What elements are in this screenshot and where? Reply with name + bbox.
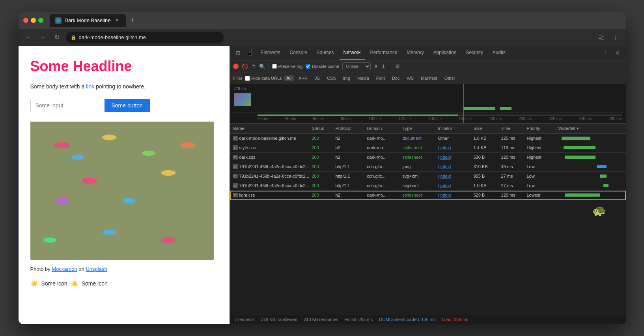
record-button[interactable]	[233, 64, 239, 69]
col-type[interactable]: Type	[399, 126, 435, 131]
cell-size-5: 955 B	[470, 174, 498, 178]
cell-initiator-7[interactable]: (index)	[435, 193, 470, 197]
mockaroon-link[interactable]: Mockaroon	[52, 266, 77, 272]
tab-security[interactable]: Security	[462, 46, 487, 60]
table-row[interactable]: □ 791b2241-459b-4a2e-8cca-c0fdc2... 200 …	[230, 162, 626, 172]
url-input[interactable]: 🔒 dark-mode-baseline.glitch.me	[66, 32, 224, 43]
tab-elements[interactable]: Elements	[257, 46, 284, 60]
transferred-size: 316 KB transferred	[261, 317, 297, 322]
throttle-select[interactable]: Online Fast 3G Slow 3G	[342, 62, 371, 70]
tab-close-button[interactable]: ✕	[114, 17, 120, 24]
filter-js[interactable]: JS	[312, 75, 322, 81]
more-options-icon[interactable]: ⋮	[610, 32, 621, 43]
export-icon[interactable]: ⬇	[381, 64, 386, 69]
devtools-more-icon[interactable]: ⋮	[601, 48, 611, 58]
import-icon[interactable]: ⬆	[374, 64, 378, 69]
table-row[interactable]: □ 791b2241-459b-4a2e-8cca-c0fdc2... 200 …	[230, 172, 626, 181]
minimize-window-button[interactable]	[31, 18, 36, 23]
filter-all[interactable]: All	[284, 75, 294, 81]
close-window-button[interactable]	[23, 18, 28, 23]
devtools-close-icon[interactable]: ✕	[612, 48, 623, 58]
cell-waterfall-2	[555, 146, 626, 150]
table-row[interactable]: □ dark-mode-baseline.glitch.me 200 h2 da…	[230, 134, 626, 143]
col-time[interactable]: Time	[498, 126, 524, 131]
filter-manifest[interactable]: Manifest	[418, 75, 440, 81]
col-domain[interactable]: Domain	[364, 126, 399, 131]
timeline-ruler: 20 ms 40 ms 60 ms 80 ms 100 ms 120 ms 14…	[258, 116, 622, 121]
filter-font[interactable]: Font	[374, 75, 387, 81]
col-status[interactable]: Status	[309, 126, 332, 131]
file-icon-1: □	[233, 136, 238, 141]
disable-cache-checkbox[interactable]	[306, 64, 310, 69]
filter-other[interactable]: Other	[442, 75, 458, 81]
col-initiator[interactable]: Initiator	[435, 126, 470, 131]
reload-button[interactable]: ↻	[52, 32, 63, 43]
cell-time-6: 27 ms	[498, 183, 524, 188]
cell-protocol-5: http/1.1	[332, 174, 364, 178]
cell-initiator-5[interactable]: (index)	[435, 174, 470, 178]
new-tab-button[interactable]: +	[127, 15, 138, 26]
main-area: Some Headline Some body text with a link…	[19, 46, 626, 324]
table-row[interactable]: □ dark.css 200 h2 dark-mo... stylesheet …	[230, 153, 626, 162]
filter-xhr[interactable]: XHR	[296, 75, 310, 81]
extension-icon[interactable]: 🛍	[596, 32, 607, 43]
tab-performance[interactable]: Performance	[366, 46, 401, 60]
col-waterfall[interactable]: Waterfall ▾	[555, 126, 626, 131]
filter-media[interactable]: Media	[355, 75, 371, 81]
col-name[interactable]: Name	[230, 126, 309, 131]
tab-memory[interactable]: Memory	[403, 46, 427, 60]
cell-initiator-4[interactable]: (index)	[435, 164, 470, 169]
back-button[interactable]: ←	[23, 32, 34, 43]
col-protocol[interactable]: Protocol	[332, 126, 364, 131]
cell-time-2: 119 ms	[498, 145, 524, 150]
cell-initiator-3[interactable]: (index)	[435, 155, 470, 160]
hide-data-urls-text: Hide data URLs	[251, 76, 282, 81]
table-row-highlighted[interactable]: □ light.css 200 h2 dark-mo... stylesheet…	[230, 191, 626, 200]
cell-initiator-6[interactable]: (index)	[435, 183, 470, 188]
table-row[interactable]: □ style.css 200 h2 dark-mo... stylesheet…	[230, 143, 626, 153]
forward-button[interactable]: →	[37, 32, 49, 43]
cell-name-1: □ dark-mode-baseline.glitch.me	[230, 136, 309, 141]
tab-audits[interactable]: Audits	[489, 46, 510, 60]
filter-ws[interactable]: WS	[404, 75, 416, 81]
maximize-window-button[interactable]	[38, 18, 43, 23]
unsplash-link[interactable]: Unsplash	[86, 266, 107, 272]
table-row[interactable]: □ 791b2241-459b-4a2e-8cca-c0fdc2... 200 …	[230, 181, 626, 191]
hide-data-urls-checkbox[interactable]	[245, 76, 250, 81]
tab-application[interactable]: Application	[429, 46, 461, 60]
search-icon[interactable]: 🔍	[259, 64, 265, 69]
cell-priority-1: Highest	[524, 136, 555, 141]
tab-network[interactable]: Network	[340, 46, 365, 60]
filter-css[interactable]: CSS	[325, 75, 338, 81]
cell-status-4: 200	[309, 164, 332, 169]
col-priority[interactable]: Priority	[524, 126, 555, 131]
some-button[interactable]: Some button	[105, 99, 150, 112]
webpage-icons: ☀️ Some icon ☀️ Some icon	[30, 280, 218, 287]
cell-name-6: □ 791b2241-459b-4a2e-8cca-c0fdc2...	[230, 183, 309, 188]
clear-log-icon[interactable]: 🚫	[242, 64, 248, 69]
active-tab[interactable]: 🌐 Dark Mode Baseline ✕	[50, 14, 126, 27]
cell-size-6: 1.0 KB	[470, 183, 498, 188]
filter-doc[interactable]: Doc	[390, 75, 402, 81]
body-link[interactable]: link	[86, 83, 94, 90]
traffic-lights	[23, 18, 43, 23]
device-toolbar-icon[interactable]: 📱	[245, 48, 255, 58]
finish-time: Finish: 255 ms	[345, 317, 373, 322]
timeline-area[interactable]: 279 ms 20 ms 40 ms 60 ms 80 ms 100 ms 12…	[230, 84, 626, 124]
cell-protocol-3: h2	[332, 155, 364, 160]
some-input[interactable]	[30, 99, 101, 112]
settings-icon[interactable]: ⚙	[392, 61, 403, 71]
filter-icon[interactable]: ⚗	[251, 64, 256, 69]
filter-img[interactable]: Img	[341, 75, 353, 81]
cell-time-7: 120 ms	[498, 193, 524, 197]
cell-domain-2: dark-mo...	[364, 145, 399, 150]
tab-sources[interactable]: Sources	[313, 46, 338, 60]
disable-cache-text: Disable cache	[312, 64, 339, 69]
tab-console[interactable]: Console	[286, 46, 311, 60]
cell-initiator-2[interactable]: (index)	[435, 145, 470, 150]
preserve-log-checkbox[interactable]	[272, 64, 277, 69]
dom-content-loaded[interactable]: DOMContentLoaded: 136 ms	[379, 317, 435, 322]
col-size[interactable]: Size	[470, 126, 498, 131]
inspect-element-icon[interactable]: ⊡	[233, 48, 243, 58]
cell-protocol-7: h2	[332, 193, 364, 197]
